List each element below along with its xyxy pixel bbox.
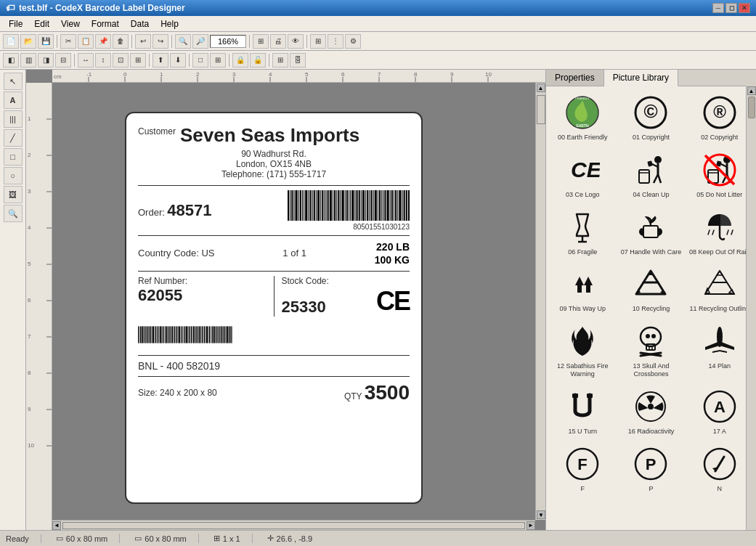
pic-04-clean-up[interactable]: 04 Clean Up	[617, 147, 684, 203]
zoom-in-button[interactable]: 🔎	[192, 34, 208, 49]
svg-rect-143	[182, 326, 182, 343]
same-wh-button[interactable]: ⊡	[113, 53, 129, 68]
svg-rect-129	[165, 326, 166, 343]
line-tool[interactable]: ╱	[4, 129, 23, 147]
field-button[interactable]: ⊞	[272, 53, 288, 68]
vertical-scrollbar[interactable]: ▲ ▼	[535, 83, 545, 520]
pic-16-radioactivity[interactable]: 16 Radioactivity	[617, 383, 684, 439]
pic-09-this-way-up[interactable]: 09 This Way Up	[549, 261, 616, 317]
qty-label: QTY	[344, 391, 362, 402]
settings-button[interactable]: ⚙	[345, 34, 361, 49]
pic-12-fire-warning[interactable]: 12 Sabathius Fire Warning	[549, 318, 616, 382]
pic-10-recycling[interactable]: 10 Recycling	[617, 261, 684, 317]
close-button[interactable]: ✕	[739, 3, 750, 13]
pic-00-earth-friendly[interactable]: EARTH FRIENDLY 00 Earth Friendly	[549, 89, 616, 145]
tab-picture-library[interactable]: Picture Library	[604, 70, 678, 86]
menu-file[interactable]: File	[3, 17, 28, 30]
pic-f[interactable]: F F	[549, 441, 616, 497]
zoom-input[interactable]	[210, 35, 246, 48]
align-left-button[interactable]: ◧	[3, 53, 19, 68]
svg-rect-200	[648, 160, 654, 166]
pic-11-label: 11 Recycling Outline	[690, 305, 750, 313]
pic-12-label: 12 Sabathius Fire Warning	[551, 362, 614, 378]
unlock-button[interactable]: 🔓	[250, 53, 266, 68]
image-tool[interactable]: 🖼	[4, 186, 23, 203]
restore-button[interactable]: ◻	[725, 3, 737, 13]
pages-icon: ⊞	[214, 534, 220, 543]
cut-button[interactable]: ✂	[60, 34, 76, 49]
svg-rect-117	[150, 326, 151, 343]
menu-view[interactable]: View	[55, 17, 86, 30]
svg-rect-68	[330, 190, 332, 221]
size-button[interactable]: ⊞	[130, 53, 146, 68]
copy-button[interactable]: 📋	[78, 34, 94, 49]
pic-p[interactable]: P P	[617, 441, 684, 497]
pic-08-keep-out-of-rain[interactable]: 08 Keep Out Of Rain	[686, 204, 753, 260]
menu-format[interactable]: Format	[86, 17, 125, 30]
menu-help[interactable]: Help	[155, 17, 184, 30]
undo-button[interactable]: ↩	[135, 34, 151, 49]
ungroup-button[interactable]: ⊞	[210, 53, 226, 68]
svg-rect-58	[309, 190, 311, 221]
save-button[interactable]: 💾	[38, 34, 54, 49]
pic-02-label: 02 Copyright	[701, 134, 738, 142]
pic-03-ce-logo[interactable]: CE 03 Ce Logo	[549, 147, 616, 203]
grid-button[interactable]: ⊞	[310, 34, 326, 49]
minimize-button[interactable]: ─	[712, 3, 724, 13]
fit-button[interactable]: ⊞	[253, 34, 269, 49]
select-tool[interactable]: ↖	[4, 73, 23, 90]
svg-rect-121	[155, 326, 156, 343]
svg-rect-161	[203, 326, 204, 343]
redo-button[interactable]: ↪	[153, 34, 168, 49]
pic-13-skull[interactable]: 13 Skull And Crossbones	[617, 318, 684, 382]
bring-front-button[interactable]: ⬆	[153, 53, 168, 68]
svg-line-197	[658, 174, 661, 183]
rect-tool[interactable]: □	[4, 148, 23, 166]
panel-scrollbar[interactable]: ▲	[746, 86, 756, 530]
new-button[interactable]: 📄	[3, 34, 19, 49]
open-button[interactable]: 📂	[20, 34, 36, 49]
menu-data[interactable]: Data	[125, 17, 155, 30]
pic-14-plan[interactable]: 14 Plan	[686, 318, 753, 382]
distribute-h-button[interactable]: ⊟	[55, 53, 71, 68]
lock-button[interactable]: 🔒	[232, 53, 248, 68]
send-back-button[interactable]: ⬇	[170, 53, 186, 68]
zoom-tool[interactable]: 🔍	[4, 205, 23, 222]
svg-rect-142	[181, 326, 182, 343]
pic-n[interactable]: N	[686, 441, 753, 497]
pic-11-recycling-outline[interactable]: 11 Recycling Outline	[686, 261, 753, 317]
db-button[interactable]: 🗄	[290, 53, 306, 68]
skull-icon	[631, 322, 670, 361]
align-center-button[interactable]: ▥	[20, 53, 36, 68]
pic-07-handle-with-care[interactable]: 07 Handle With Care	[617, 204, 684, 260]
menu-edit[interactable]: Edit	[28, 17, 55, 30]
pic-15-u-turn[interactable]: 15 U Turn	[549, 383, 616, 439]
snap-button[interactable]: ⋮	[328, 34, 344, 49]
paste-button[interactable]: 📌	[95, 34, 111, 49]
pic-05-do-not-litter[interactable]: 05 Do Not Litter	[686, 147, 753, 203]
pic-01-copyright[interactable]: © 01 Copyright	[617, 89, 684, 145]
zoom-out-button[interactable]: 🔍	[175, 34, 191, 49]
panel-tabs: Properties Picture Library	[546, 70, 756, 86]
label-container: Customer Seven Seas Imports 90 Wadhurst …	[125, 112, 423, 504]
same-w-button[interactable]: ↔	[78, 53, 94, 68]
text-tool[interactable]: A	[4, 91, 23, 109]
ellipse-tool[interactable]: ○	[4, 167, 23, 184]
tab-properties[interactable]: Properties	[546, 70, 604, 86]
horizontal-scrollbar[interactable]: ◄ ►	[52, 520, 535, 530]
preview-button[interactable]: 👁	[288, 34, 304, 49]
svg-line-217	[712, 230, 714, 235]
pic-n-label: N	[718, 485, 723, 493]
pic-02-copyright[interactable]: ® 02 Copyright	[686, 89, 753, 145]
same-h-button[interactable]: ↕	[95, 53, 111, 68]
svg-rect-175	[219, 326, 220, 343]
svg-rect-173	[217, 326, 218, 343]
delete-button[interactable]: 🗑	[113, 34, 129, 49]
size2-icon: ▭	[134, 534, 142, 543]
print-button[interactable]: 🖨	[270, 34, 286, 49]
align-right-button[interactable]: ◨	[38, 53, 54, 68]
pic-06-fragile[interactable]: 06 Fragile	[549, 204, 616, 260]
group-button[interactable]: □	[192, 53, 208, 68]
barcode-tool[interactable]: |||	[4, 110, 23, 128]
pic-17-a[interactable]: A 17 A	[686, 383, 753, 439]
